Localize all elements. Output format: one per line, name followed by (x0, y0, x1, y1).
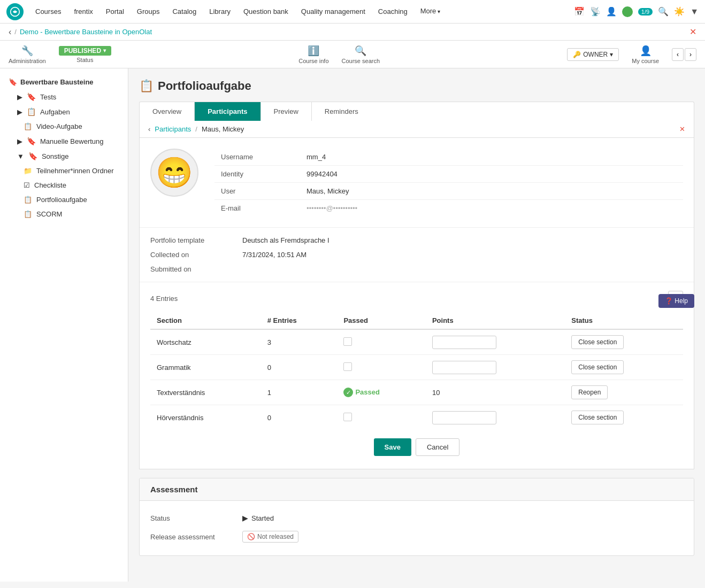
participants-link[interactable]: Participants (155, 125, 191, 133)
sidebar-item-sonstige[interactable]: ▼ 🔖 Sonstige (0, 149, 128, 164)
assessment-release-row: Release assessment 🚫 Not released (150, 527, 683, 547)
entries-section: 4 Entries ⚙ Section # Entries Passed Poi… (140, 282, 694, 469)
tab-preview[interactable]: Preview (261, 102, 312, 121)
sidebar-label: Teilnehmer*innen Ordner (36, 167, 114, 175)
owner-button[interactable]: 🔑 OWNER ▾ (567, 48, 619, 61)
sidebar-label: Aufgaben (40, 108, 70, 116)
sidebar-item-aufgaben[interactable]: ▶ 📋 Aufgaben (0, 104, 128, 119)
user-icon[interactable]: 👤 (606, 6, 617, 17)
cell-points (426, 329, 565, 355)
toolbar-nav-arrows: ‹ › (672, 48, 696, 61)
status-arrow-icon: ▾ (103, 48, 106, 53)
sidebar-item-ordner[interactable]: 📁 Teilnehmer*innen Ordner (0, 164, 128, 178)
sidebar-item-video-aufgabe[interactable]: 📋 Video-Aufgabe (0, 119, 128, 134)
cell-status: Close section (565, 355, 683, 380)
admin-button[interactable]: 🔧 Administration (9, 45, 46, 64)
course-info-button[interactable]: ℹ️ Course info (298, 45, 328, 64)
avatar: 😁 (150, 149, 204, 202)
nav-coaching[interactable]: Coaching (373, 0, 413, 24)
nav-question-bank[interactable]: Question bank (238, 0, 294, 24)
points-input[interactable] (432, 336, 496, 349)
sidebar-label: Checkliste (34, 181, 66, 189)
course-search-button[interactable]: 🔍 Course search (342, 45, 380, 64)
nav-quality[interactable]: Quality management (296, 0, 371, 24)
theme-icon[interactable]: ☀️ (674, 6, 685, 17)
assessment-status-value: ▶ Started (242, 514, 274, 522)
nav-next-button[interactable]: › (685, 48, 696, 61)
nav-prev-button[interactable]: ‹ (672, 48, 684, 61)
tests-icon: 🔖 (27, 92, 36, 101)
participant-back-icon[interactable]: ‹ (148, 125, 150, 133)
sidebar-item-tests[interactable]: ▶ 🔖 Tests (0, 89, 128, 104)
status-label: Status (76, 57, 93, 63)
started-icon: ▶ (242, 514, 248, 522)
cell-entries: 0 (261, 405, 338, 430)
passed-checkmark-icon: ✓ (343, 388, 353, 397)
cell-status: Close section (565, 329, 683, 355)
close-section-button[interactable]: Close section (571, 411, 624, 424)
points-input[interactable] (432, 411, 496, 424)
nav-more[interactable]: More (415, 0, 446, 24)
collected-label: Collected on (150, 251, 236, 259)
info-icon: ℹ️ (308, 45, 319, 57)
user-status-icon (622, 6, 633, 17)
owner-arrow-icon: ▾ (610, 51, 613, 58)
status-button[interactable]: PUBLISHED ▾ Status (59, 46, 111, 63)
not-released-badge[interactable]: 🚫 Not released (242, 531, 298, 543)
assessment-release-value: 🚫 Not released (242, 531, 298, 543)
unchecked-checkbox[interactable] (343, 413, 352, 421)
nav-catalog[interactable]: Catalog (167, 0, 202, 24)
points-input[interactable] (432, 361, 496, 374)
sidebar-item-scorm[interactable]: 📋 SCORM (0, 207, 128, 221)
my-course-icon: 👤 (640, 45, 652, 57)
logo[interactable] (6, 3, 24, 20)
nav-icons: 📅 📡 👤 1/9 🔍 ☀️ ▼ (574, 6, 699, 17)
reopen-button[interactable]: Reopen (571, 385, 608, 399)
nav-courses[interactable]: Courses (30, 0, 66, 24)
participant-close-icon[interactable]: ✕ (679, 125, 685, 133)
breadcrumb-close-icon[interactable]: ✕ (689, 27, 696, 37)
entries-table: Section # Entries Passed Points Status W… (150, 312, 683, 430)
tab-overview[interactable]: Overview (140, 102, 195, 121)
unchecked-checkbox[interactable] (343, 337, 352, 346)
tab-bar: Overview Participants Preview Reminders (139, 102, 694, 121)
close-section-button[interactable]: Close section (571, 335, 624, 349)
search-icon[interactable]: 🔍 (658, 6, 669, 17)
close-section-button[interactable]: Close section (571, 360, 624, 374)
breadcrumb-link[interactable]: Demo - Bewertbare Bausteine in OpenOlat (20, 28, 152, 36)
user-label: User (214, 183, 300, 199)
sidebar-item-portfolioaufgabe[interactable]: 📋 Portfolioaufgabe (0, 192, 128, 207)
tab-participants[interactable]: Participants (195, 102, 260, 121)
submitted-label: Submitted on (150, 265, 236, 273)
course-search-label: Course search (342, 58, 380, 64)
sidebar: 🔖 Bewertbare Bausteine ▶ 🔖 Tests ▶ 📋 Auf… (0, 68, 128, 582)
nav-frentix[interactable]: frentix (68, 0, 98, 24)
save-button[interactable]: Save (374, 438, 411, 456)
sidebar-section-bewertbare[interactable]: 🔖 Bewertbare Bausteine (0, 75, 128, 89)
nav-portal[interactable]: Portal (101, 0, 129, 24)
sidebar-item-checkliste[interactable]: ☑ Checkliste (0, 178, 128, 192)
participant-card: ‹ Participants / Maus, Mickey ✕ 😁 Userna… (139, 121, 694, 469)
notifications-icon[interactable]: 📡 (590, 6, 601, 17)
assessment-section: Assessment Status ▶ Started Release asse… (139, 478, 694, 556)
my-course-button[interactable]: 👤 My course (632, 45, 659, 64)
help-button[interactable]: ❓ Help (658, 294, 694, 308)
sidebar-label: Manuelle Bewertung (40, 137, 104, 145)
participant-name: Maus, Mickey (202, 125, 244, 133)
cell-passed (337, 329, 426, 355)
sidebar-item-manuelle[interactable]: ▶ 🔖 Manuelle Bewertung (0, 134, 128, 149)
breadcrumb-back[interactable]: ‹ (9, 27, 11, 37)
pbc-separator: / (195, 125, 197, 133)
email-row: E-mail ••••••••@•••••••••• (214, 200, 683, 216)
entries-count: 4 Entries (150, 295, 178, 303)
collected-row: Collected on 7/31/2024, 10:51 AM (150, 251, 683, 259)
nav-groups[interactable]: Groups (132, 0, 165, 24)
portfolio-template-row: Portfolio template Deutsch als Fremdspra… (150, 236, 683, 244)
cell-section: Grammatik (150, 355, 261, 380)
tab-reminders[interactable]: Reminders (312, 102, 371, 121)
cancel-button[interactable]: Cancel (416, 438, 459, 456)
unchecked-checkbox[interactable] (343, 362, 352, 371)
calendar-icon[interactable]: 📅 (574, 6, 585, 17)
settings-icon[interactable]: ▼ (690, 7, 699, 17)
nav-library[interactable]: Library (204, 0, 236, 24)
